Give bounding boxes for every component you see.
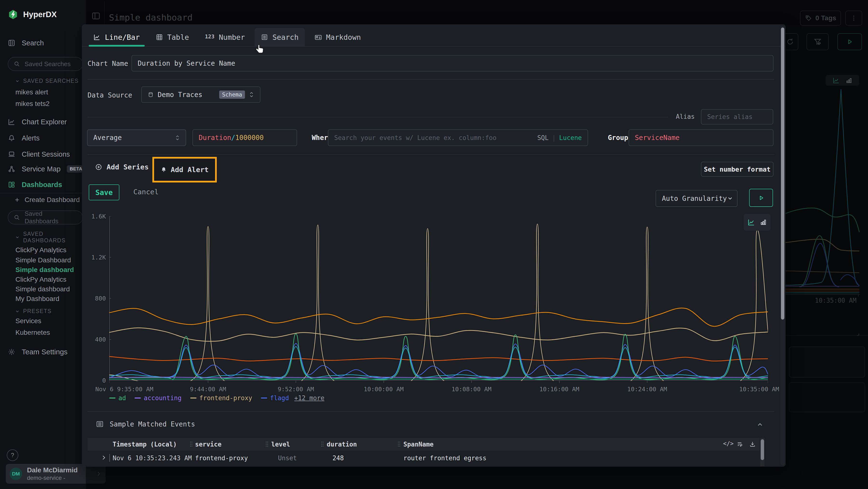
schema-badge[interactable]: Schema: [219, 90, 245, 99]
tab-number[interactable]: 123 Number: [199, 28, 251, 46]
chart-display-toggle[interactable]: [744, 214, 771, 231]
col-header-spanname[interactable]: SpanName: [403, 441, 434, 448]
cell-level: Unset: [278, 455, 297, 462]
table-scrollbar[interactable]: [760, 438, 765, 466]
col-header-service[interactable]: service: [195, 441, 222, 448]
data-source-label: Data Source: [88, 91, 132, 99]
legend-swatch: [261, 398, 267, 399]
set-number-format-button[interactable]: Set number format: [701, 162, 774, 177]
sidebar-item-label: Service Map: [22, 165, 61, 173]
x-axis-tick-label: Nov 6 9:35:00 AM: [95, 386, 153, 393]
run-chart-button[interactable]: [749, 189, 773, 207]
legend-item[interactable]: ad: [109, 394, 126, 402]
help-button[interactable]: ?: [7, 450, 18, 461]
play-icon: [758, 195, 765, 201]
where-input[interactable]: Search your events w/ Lucene ex. column:…: [328, 130, 588, 146]
save-button[interactable]: Save: [89, 184, 119, 200]
wrap-lines-icon[interactable]: [737, 441, 743, 448]
saved-search-item[interactable]: mikes alert: [16, 88, 48, 96]
col-header-timestamp[interactable]: Timestamp (Local): [113, 441, 177, 448]
saved-searches-header[interactable]: SAVED SEARCHES: [15, 78, 79, 84]
sidebar-item-client-sessions[interactable]: Client Sessions: [8, 149, 70, 160]
chevron-down-icon: [15, 309, 20, 314]
saved-dashboards-input[interactable]: Saved Dashboards: [8, 210, 83, 225]
sidebar-item-chart-explorer[interactable]: Chart Explorer: [8, 117, 67, 127]
saved-searches-input[interactable]: Saved Searches: [8, 57, 83, 71]
drag-handle-icon[interactable]: [397, 441, 401, 447]
aggregation-select[interactable]: Average: [87, 130, 186, 146]
legend-swatch: [109, 398, 116, 399]
legend-swatch: [190, 398, 196, 399]
chart-name-label: Chart Name: [88, 60, 128, 67]
gear-icon: [8, 348, 16, 356]
sidebar-item-alerts[interactable]: Alerts: [8, 133, 39, 143]
saved-dashboards-placeholder: Saved Dashboards: [25, 210, 77, 225]
saved-dashboards-header[interactable]: SAVED DASHBOARDS: [15, 231, 86, 244]
sidebar-item-search[interactable]: Search: [8, 38, 44, 48]
section-divider: [88, 411, 774, 412]
modal-scrollbar[interactable]: [780, 26, 785, 465]
granularity-value: Auto Granularity: [662, 195, 727, 202]
legend-item[interactable]: accounting: [134, 394, 182, 402]
cell-duration: 248: [333, 455, 344, 462]
search-doc-icon: [8, 39, 16, 47]
sidebar-item-team-settings[interactable]: Team Settings: [8, 347, 67, 357]
saved-dashboard-item[interactable]: Simple dashboard: [16, 285, 70, 293]
saved-dashboard-item-active[interactable]: Simple dashboard: [16, 266, 74, 274]
data-source-select[interactable]: Demo Traces Schema: [141, 86, 260, 103]
legend-item[interactable]: flagd: [261, 394, 289, 402]
group-by-input[interactable]: ServiceName: [628, 130, 774, 146]
legend-item[interactable]: frontend-proxy: [190, 394, 252, 402]
chart-explorer-icon: [8, 118, 16, 126]
add-alert-label: Add Alert: [171, 166, 209, 174]
alias-placeholder: Series alias: [707, 113, 752, 120]
expand-row-icon[interactable]: [100, 455, 107, 461]
preset-item[interactable]: Services: [16, 317, 41, 325]
brand[interactable]: HyperDX: [8, 9, 57, 20]
modal-scrollbar-thumb[interactable]: [781, 28, 784, 320]
x-axis-tick-label: 9:52:00 AM: [278, 386, 314, 393]
table-scrollbar-thumb[interactable]: [761, 439, 764, 460]
preset-item[interactable]: Kubernetes: [16, 329, 50, 337]
saved-dashboard-item[interactable]: ClickPy Analytics: [16, 246, 66, 254]
tab-table[interactable]: Table: [150, 28, 195, 46]
add-series-button[interactable]: Add Series: [95, 160, 149, 174]
chart-name-input[interactable]: Duration by Service Name: [131, 55, 774, 71]
drag-handle-icon[interactable]: [189, 441, 193, 447]
saved-dashboard-item[interactable]: My Dashboard: [16, 295, 59, 303]
cancel-button[interactable]: Cancel: [133, 188, 159, 196]
collapse-section-button[interactable]: [756, 421, 764, 428]
granularity-select[interactable]: Auto Granularity: [656, 190, 738, 207]
create-dashboard-button[interactable]: Create Dashboard: [14, 195, 80, 205]
plus-icon: [14, 197, 20, 203]
sample-events-header[interactable]: Sample Matched Events: [96, 420, 195, 428]
sidebar-item-dashboards[interactable]: Dashboards: [8, 179, 62, 190]
lang-lucene-toggle[interactable]: Lucene: [559, 134, 582, 141]
col-header-level[interactable]: level: [271, 441, 290, 448]
tab-markdown[interactable]: Markdown: [308, 28, 367, 46]
sidebar-item-service-map[interactable]: Service Map BETA: [8, 164, 85, 174]
events-table-header: Timestamp (Local) service level duration…: [88, 438, 760, 451]
legend-more-link[interactable]: +12 more: [294, 394, 324, 402]
download-icon[interactable]: [749, 441, 756, 448]
events-table: Timestamp (Local) service level duration…: [88, 438, 760, 466]
view-code-icon[interactable]: </>: [723, 440, 734, 447]
y-axis-tick-label: 1.2K: [84, 254, 106, 261]
lang-sql-toggle[interactable]: SQL: [537, 134, 549, 141]
table-row[interactable]: Nov 6 10:35:23.243 AM frontend-proxy Uns…: [88, 466, 760, 466]
drag-handle-icon[interactable]: [320, 441, 324, 447]
presets-header[interactable]: PRESETS: [15, 308, 52, 315]
saved-search-item[interactable]: mikes tets2: [16, 100, 50, 108]
col-header-duration[interactable]: duration: [327, 441, 357, 448]
sidebar-item-label: Dashboards: [22, 181, 62, 189]
table-row[interactable]: Nov 6 10:35:23.243 AM frontend-proxy Uns…: [88, 451, 760, 466]
section-divider: [88, 154, 774, 155]
series-alias-input[interactable]: Series alias: [701, 109, 773, 124]
add-alert-button[interactable]: Add Alert: [161, 166, 209, 174]
metric-expression-input[interactable]: Duration/1000000: [192, 130, 297, 146]
saved-dashboard-item[interactable]: ClickPy Analytics: [16, 276, 66, 283]
duration-chart: [109, 216, 768, 385]
tab-line-bar[interactable]: Line/Bar: [87, 28, 146, 46]
drag-handle-icon[interactable]: [265, 441, 269, 447]
saved-dashboard-item[interactable]: Simple Dashboard: [16, 256, 71, 264]
